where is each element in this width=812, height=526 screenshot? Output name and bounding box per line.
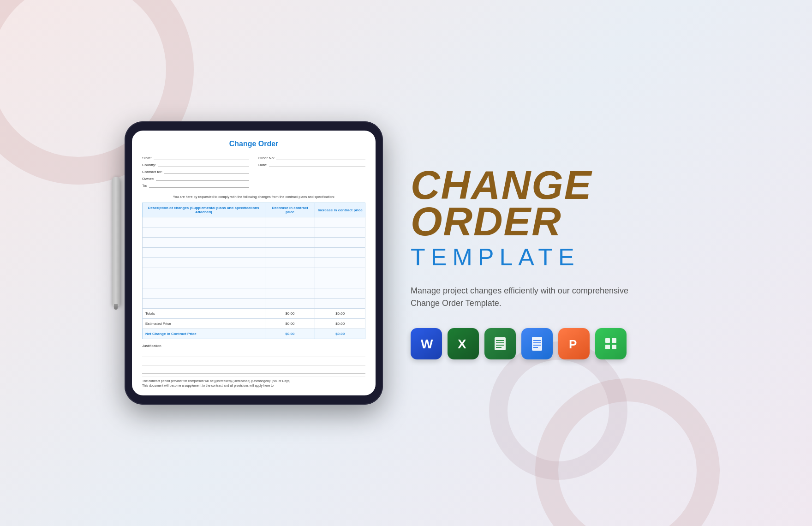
estimated-row: Estimated Price $0.00 $0.00 [143,319,365,329]
hero-line1: CHANGE [411,167,687,203]
col-header-increase: Increase in contract price [315,203,365,217]
document-footer: The contract period provider for complet… [142,377,365,388]
totals-increase: $0.00 [315,309,365,319]
net-change-row: Net Change in Contract Price $0.00 $0.00 [143,329,365,339]
state-field: State: [142,155,249,160]
hero-title-template: TEMPLATE [411,243,687,271]
docs-icon [521,328,553,359]
justification-line [142,350,365,357]
docs-logo-icon [528,335,546,353]
left-fields: State: Country: Contract for: [142,155,249,189]
numbers-logo-icon [602,335,620,353]
table-row [143,238,365,248]
numbers-icon [595,328,627,359]
table-row [143,258,365,268]
net-change-decrease: $0.00 [265,329,315,339]
date-field: Date: [258,161,365,167]
hero-title-change: CHANGE ORDER [411,167,687,239]
footer-line-1: The contract period provider for complet… [142,379,365,383]
to-label: To: [142,184,147,188]
hero-description: Manage project changes efficiently with … [411,285,632,310]
right-panel: CHANGE ORDER TEMPLATE Manage project cha… [411,157,687,369]
pages-logo-icon: P [565,335,583,353]
excel-logo-icon: X [454,335,472,353]
table-row [143,227,365,238]
date-label: Date: [258,163,267,167]
svg-text:W: W [421,337,433,351]
svg-rect-16 [612,345,616,349]
excel-icon: X [448,328,479,359]
country-field: Country: [142,161,249,167]
owner-label: Owner: [142,177,154,181]
svg-rect-11 [533,347,538,348]
totals-label: Totals [143,309,265,319]
main-container: Change Order State: Country: [0,103,812,423]
svg-rect-8 [533,340,541,341]
document-title: Change Order [142,140,365,148]
contract-field: Contract for: [142,168,249,174]
table-row [143,299,365,309]
hero-line2: ORDER [411,203,687,239]
word-logo-icon: W [417,335,436,353]
estimated-decrease: $0.00 [265,319,315,329]
to-line [149,182,249,188]
table-row [143,217,365,227]
svg-rect-6 [496,347,502,348]
estimated-label: Estimated Price [143,319,265,329]
owner-field: Owner: [142,175,249,181]
state-label: State: [142,156,152,160]
stylus [112,177,120,306]
col-header-decrease: Decrease in contract price [265,203,315,217]
table-row [143,288,365,299]
table-row [143,268,365,278]
justification-line [142,366,365,374]
table-row [143,278,365,288]
col-header-description: Description of changes (Supplemental pla… [143,203,265,217]
justification-lines [142,350,365,374]
contract-line [164,168,249,174]
order-no-line [276,155,365,160]
instruction-text: You are here by requested to comply with… [142,195,365,199]
totals-row: Totals $0.00 $0.00 [143,309,365,319]
svg-rect-5 [496,345,504,346]
form-fields-section: State: Country: Contract for: [142,155,365,189]
state-line [154,155,249,160]
footer-line-2: This document will become a supplement t… [142,383,365,388]
country-label: Country: [142,163,156,167]
sheets-icon [484,328,516,359]
svg-rect-7 [532,337,542,351]
svg-text:P: P [569,337,577,351]
svg-rect-9 [533,342,541,343]
document-content: Change Order State: Country: [132,131,376,395]
table-row [143,248,365,258]
svg-rect-2 [495,337,506,350]
justification-line [142,358,365,365]
to-field: To: [142,182,249,188]
order-no-label: Order No: [258,156,275,160]
tablet-wrapper: Change Order State: Country: [125,121,383,405]
svg-rect-4 [496,342,504,343]
svg-rect-13 [605,338,610,343]
svg-rect-10 [533,345,541,346]
justification-section: Justification [142,344,365,374]
net-change-label: Net Change in Contract Price [143,329,265,339]
svg-rect-3 [496,340,504,341]
net-change-increase: $0.00 [315,329,365,339]
right-fields: Order No: Date: [258,155,365,189]
tablet-frame: Change Order State: Country: [125,121,383,405]
totals-decrease: $0.00 [265,309,315,319]
tablet-screen: Change Order State: Country: [132,131,376,395]
date-line [269,161,365,167]
order-no-field: Order No: [258,155,365,160]
svg-text:X: X [458,337,466,351]
pages-icon: P [558,328,590,359]
change-table: Description of changes (Supplemental pla… [142,203,365,339]
estimated-increase: $0.00 [315,319,365,329]
justification-label: Justification [142,344,365,348]
sheets-logo-icon [491,335,509,353]
country-line [158,161,249,167]
word-icon: W [411,328,442,359]
owner-line [156,175,249,181]
contract-label: Contract for: [142,170,162,174]
app-icons-row: W X [411,328,687,359]
